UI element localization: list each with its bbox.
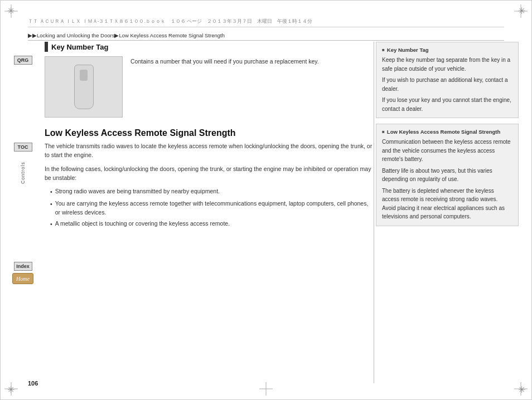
key-info-text-3: If you lose your key and you cannot star… xyxy=(382,96,512,113)
panel-divider xyxy=(374,42,374,383)
key-info-box: Key Number Tag Keep the key number tag s… xyxy=(376,42,519,118)
keyless-bullet-list: • Strong radio waves are being transmitt… xyxy=(50,187,373,228)
page-metadata: ＴＴ ＡＣＵＲＡ ＩＬＸ ＩＭＡ-３１ＴＸ８６１００.ｂｏｏｋ １０６ ページ … xyxy=(28,18,504,27)
list-item: • Strong radio waves are being transmitt… xyxy=(50,187,373,196)
sidebar-item-home[interactable]: Home xyxy=(12,273,33,284)
bullet-text-1: Strong radio waves are being transmitted… xyxy=(55,187,220,196)
keyless-info-box-text: Communication between the keyless access… xyxy=(382,138,512,221)
keyless-intro-2: In the following cases, locking/unlockin… xyxy=(45,164,373,183)
keyless-info-text-3: The battery is depleted whenever the key… xyxy=(382,187,512,221)
sidebar-item-toc[interactable]: TOC xyxy=(14,143,32,152)
bullet-text-3: A metallic object is touching or coverin… xyxy=(55,219,230,228)
bullet-dot: • xyxy=(50,187,52,196)
key-image-box xyxy=(45,56,123,118)
key-info-box-title: Key Number Tag xyxy=(382,47,512,53)
bullet-dot: • xyxy=(50,199,52,217)
page-number: 106 xyxy=(28,380,38,387)
breadcrumb: ▶▶Locking and Unlocking the Doors▶Low Ke… xyxy=(28,32,504,41)
key-number-tag-heading: Key Number Tag xyxy=(45,42,373,52)
crosshair-br xyxy=(514,382,528,396)
keyless-section-title: Low Keyless Access Remote Signal Strengt… xyxy=(45,128,373,138)
sidebar-controls-label: Controls xyxy=(20,153,26,184)
key-number-tag-title: Key Number Tag xyxy=(51,43,108,51)
keyless-info-text-1: Communication between the keyless access… xyxy=(382,138,512,164)
crosshair-tl xyxy=(4,4,18,18)
list-item: • You are carrying the keyless access re… xyxy=(50,199,373,217)
section-title-bar xyxy=(45,42,48,52)
bullet-text-2: You are carrying the keyless access remo… xyxy=(55,199,373,217)
key-description: Contains a number that you will need if … xyxy=(130,56,319,118)
keyless-section: Low Keyless Access Remote Signal Strengt… xyxy=(45,128,373,228)
keyless-info-box-title: Low Keyless Access Remote Signal Strengt… xyxy=(382,129,512,135)
main-content: Key Number Tag Contains a number that yo… xyxy=(45,42,373,383)
key-tag-section: Contains a number that you will need if … xyxy=(45,56,373,118)
sidebar-item-qrg[interactable]: QRG xyxy=(14,56,32,65)
list-item: • A metallic object is touching or cover… xyxy=(50,219,373,228)
key-info-box-text: Keep the key number tag separate from th… xyxy=(382,56,512,113)
crosshair-bc xyxy=(259,382,273,396)
right-panel: Key Number Tag Keep the key number tag s… xyxy=(376,42,519,383)
keyless-intro-1: The vehicle transmits radio waves to loc… xyxy=(45,142,373,160)
keyless-info-text-2: Battery life is about two years, but thi… xyxy=(382,167,512,184)
sidebar: QRG TOC Controls Index Home xyxy=(12,56,33,284)
key-fob-image xyxy=(74,65,94,109)
keyless-info-box: Low Keyless Access Remote Signal Strengt… xyxy=(376,124,519,226)
bullet-dot: • xyxy=(50,219,52,228)
sidebar-item-index[interactable]: Index xyxy=(14,262,32,271)
key-info-text-2: If you wish to purchase an additional ke… xyxy=(382,76,512,93)
crosshair-bl xyxy=(4,382,18,396)
crosshair-tr xyxy=(514,4,528,18)
key-info-text-1: Keep the key number tag separate from th… xyxy=(382,56,512,73)
